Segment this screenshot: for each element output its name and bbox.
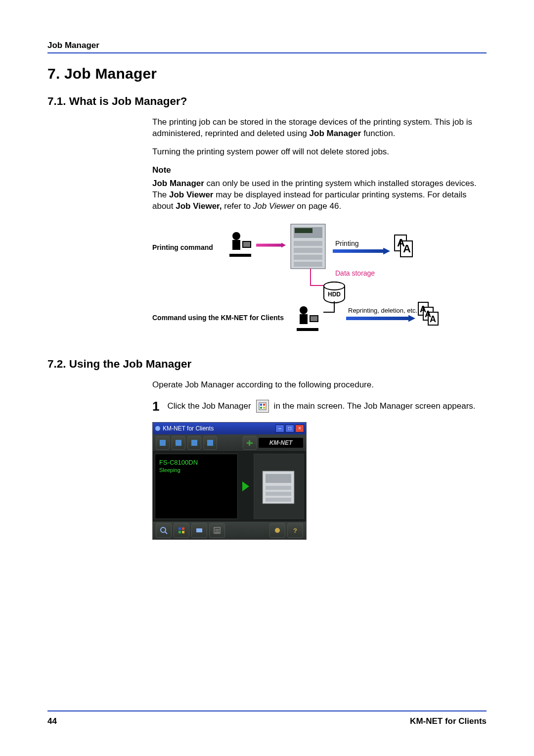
text-bold: Job Manager — [310, 129, 361, 138]
app-icon — [155, 425, 161, 431]
minimize-button[interactable]: – — [275, 425, 284, 432]
svg-rect-4 — [243, 242, 250, 247]
paragraph: Operate Job Manager according to the fol… — [152, 379, 487, 391]
svg-point-17 — [300, 306, 308, 314]
chapter-title: 7. Job Manager — [47, 65, 487, 82]
svg-rect-11 — [294, 262, 322, 267]
svg-text:?: ? — [293, 527, 297, 534]
toolbar-button[interactable] — [191, 523, 207, 538]
svg-rect-48 — [182, 527, 184, 530]
bottom-toolbar: ? — [153, 521, 306, 539]
person-at-desk-icon — [225, 229, 255, 259]
preview-panel — [254, 454, 304, 519]
paragraph: Job Manager can only be used in the prin… — [152, 178, 487, 212]
svg-rect-29 — [260, 404, 262, 406]
svg-rect-47 — [178, 527, 181, 530]
svg-rect-7 — [295, 228, 312, 233]
help-button[interactable]: ? — [287, 523, 303, 538]
text-bold: Job Manager — [152, 179, 204, 188]
job-manager-screenshot: KM-NET for Clients – □ × KM-NET — [152, 422, 307, 540]
settings-button[interactable] — [269, 523, 285, 538]
svg-text:A: A — [403, 242, 411, 255]
svg-rect-49 — [178, 531, 181, 533]
arrow-icon — [346, 315, 415, 322]
toolbar-button[interactable] — [156, 436, 170, 450]
svg-rect-50 — [182, 531, 184, 533]
section-7-2-heading: 7.2. Using the Job Manager — [47, 358, 487, 371]
arrow-icon — [256, 243, 286, 248]
svg-rect-1 — [232, 240, 240, 250]
text: on page 46. — [295, 201, 342, 211]
workflow-diagram: Printing command Printing — [152, 219, 487, 343]
person-at-desk-icon — [293, 303, 322, 333]
svg-rect-39 — [249, 440, 250, 446]
text-bold: Job Viewer, — [176, 201, 222, 211]
svg-rect-36 — [191, 440, 197, 446]
svg-rect-37 — [207, 440, 213, 446]
text: function. — [361, 129, 395, 138]
doc-title: KM-NET for Clients — [410, 716, 487, 726]
paragraph: Turning the printing system power off wi… — [152, 146, 487, 158]
label-printing: Printing — [335, 239, 358, 248]
arrow-icon — [333, 248, 390, 255]
svg-rect-51 — [196, 528, 202, 532]
document-stack-icon: A A A — [417, 301, 445, 329]
svg-rect-30 — [263, 404, 265, 406]
svg-rect-9 — [294, 248, 322, 253]
device-name: FS-C8100DN — [159, 458, 233, 467]
svg-rect-31 — [260, 407, 262, 409]
svg-rect-43 — [266, 492, 291, 496]
svg-rect-19 — [297, 328, 318, 331]
screenshot-body: FS-C8100DN Sleeping — [153, 452, 306, 521]
toolbar-button[interactable] — [203, 436, 217, 450]
svg-rect-8 — [294, 241, 322, 246]
paragraph: The printing job can be stored in the st… — [152, 117, 487, 140]
svg-rect-34 — [160, 440, 166, 446]
svg-point-45 — [161, 527, 166, 532]
text: in the main screen. The Job Manager scre… — [274, 401, 476, 412]
svg-line-46 — [165, 532, 167, 534]
header-rule — [47, 52, 487, 53]
svg-rect-35 — [176, 440, 181, 446]
search-button[interactable] — [156, 523, 172, 538]
close-button[interactable]: × — [295, 425, 304, 432]
window-title: KM-NET for Clients — [163, 425, 214, 432]
toolbar-button[interactable] — [187, 436, 201, 450]
text: Click the Job Manager — [167, 401, 251, 412]
svg-point-33 — [155, 426, 160, 431]
toolbar: KM-NET — [153, 434, 306, 452]
document-stack-icon: A A — [393, 234, 420, 262]
printer-icon — [286, 219, 330, 274]
svg-rect-18 — [300, 314, 308, 324]
job-manager-button[interactable] — [174, 523, 189, 538]
svg-rect-21 — [311, 316, 317, 321]
device-status: Sleeping — [159, 467, 233, 474]
svg-point-0 — [232, 232, 240, 240]
svg-rect-32 — [263, 407, 265, 409]
toolbar-button[interactable] — [209, 523, 225, 538]
kmnet-logo: KM-NET — [259, 438, 303, 448]
play-icon — [242, 481, 249, 491]
label-printing-command: Printing command — [152, 243, 213, 252]
text: refer to — [222, 201, 253, 211]
section-7-1-body: The printing job can be stored in the st… — [152, 117, 487, 343]
svg-text:A: A — [430, 314, 436, 324]
footer-rule — [47, 710, 487, 711]
maximize-button[interactable]: □ — [285, 425, 294, 432]
label-data-storage: Data storage — [335, 269, 375, 278]
section-7-2-body: Operate Job Manager according to the fol… — [152, 379, 487, 540]
svg-point-56 — [275, 528, 280, 533]
hdd-label: HDD — [328, 291, 341, 298]
window-titlebar: KM-NET for Clients – □ × — [153, 423, 306, 434]
play-indicator — [240, 452, 252, 521]
step-number: 1 — [152, 398, 159, 415]
note-heading: Note — [152, 165, 487, 176]
running-header: Job Manager — [47, 41, 487, 50]
connector-line — [323, 301, 338, 316]
printer-preview-icon — [257, 464, 301, 509]
section-7-1-heading: 7.1. What is Job Manager? — [47, 95, 487, 108]
toolbar-button[interactable] — [172, 436, 185, 450]
step-1: 1 Click the Job Manager in the main scre… — [152, 398, 487, 415]
toolbar-button[interactable] — [243, 436, 257, 450]
hdd-icon: HDD — [323, 282, 345, 303]
